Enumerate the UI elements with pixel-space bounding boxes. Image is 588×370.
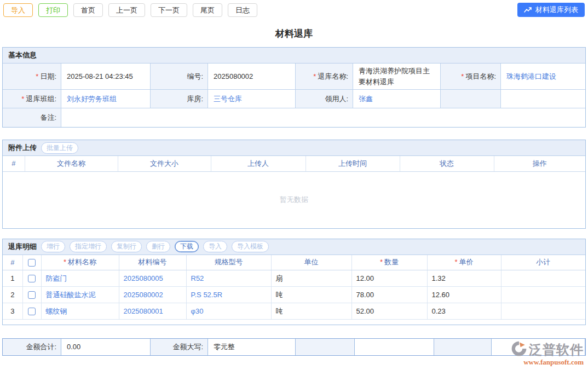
empty-label-cell	[441, 90, 501, 108]
attachments-empty-body: 暂无数据	[3, 172, 585, 228]
detail-bottom-spacer	[3, 320, 585, 325]
unit-cell: 吨	[271, 287, 351, 303]
subtotal-cell	[501, 270, 585, 287]
material-code-link[interactable]: 2025080002	[124, 291, 163, 299]
table-row: 3 螺纹钢 2025080001 φ30 吨 52.00 0.23	[3, 303, 585, 320]
first-page-button[interactable]: 首页	[73, 3, 103, 17]
empty-value-cell	[501, 90, 585, 108]
material-code-cell[interactable]: 2025080002	[119, 287, 186, 303]
material-name-cell[interactable]: 普通硅酸盐水泥	[41, 287, 119, 303]
col-material-code: 材料编号	[119, 255, 186, 270]
warehouse-link[interactable]: 三号仓库	[214, 94, 242, 105]
last-page-button[interactable]: 尾页	[193, 3, 222, 17]
material-name-link[interactable]: 普通硅酸盐水泥	[46, 291, 96, 299]
unit-cell: 吨	[271, 303, 351, 320]
detail-table: # *材料名称 材料编号 规格型号 单位 *数量 *单价 小计	[3, 255, 585, 320]
recipient-link[interactable]: 张鑫	[359, 94, 373, 105]
spec-link[interactable]: R52	[191, 274, 204, 282]
attachments-title: 附件上传	[8, 143, 37, 153]
select-all-checkbox[interactable]	[28, 259, 36, 267]
next-page-button[interactable]: 下一页	[151, 3, 187, 17]
qty-cell[interactable]: 52.00	[351, 303, 427, 320]
spec-cell[interactable]: P.S 52.5R	[186, 287, 271, 303]
return-name-field[interactable]: 青海洪湖养护院项目主要材料退库	[353, 63, 441, 89]
batch-upload-button[interactable]: 批量上传	[41, 142, 78, 154]
add-row-button[interactable]: 增行	[41, 241, 65, 252]
log-button[interactable]: 日志	[228, 3, 257, 17]
warehouse-field[interactable]: 三号仓库	[208, 90, 296, 108]
import-template-button[interactable]: 导入模板	[232, 241, 269, 252]
project-name-label: * 项目名称:	[441, 63, 501, 89]
amount-caps-field: 零元整	[208, 339, 296, 355]
basic-info-title: 基本信息	[8, 50, 37, 60]
col-price: *单价	[427, 255, 501, 270]
required-mark: *	[454, 258, 457, 266]
return-list-button[interactable]: 材料退库列表	[517, 3, 585, 17]
remark-field[interactable]	[61, 108, 585, 127]
empty-summary-label	[296, 339, 355, 355]
vendor-url: www.fanpusoft.com	[510, 358, 584, 367]
amount-caps-label: 金额大写:	[151, 339, 208, 355]
spec-cell[interactable]: φ30	[186, 303, 271, 320]
print-button[interactable]: 打印	[38, 3, 68, 17]
summary-bar: 金额合计: 0.00 金额大写: 零元整	[2, 338, 586, 356]
basic-info-row-3: 备注:	[3, 108, 585, 127]
detail-section: 退库明细 增行 指定增行 复制行 删行 下载 导入 导入模板 # *材料名称 材…	[2, 239, 586, 326]
delete-row-button[interactable]: 删行	[146, 241, 170, 252]
col-file-name: 文件名称	[25, 156, 118, 171]
col-actions: 操作	[494, 156, 585, 171]
price-cell[interactable]: 1.32	[427, 270, 501, 287]
material-name-link[interactable]: 螺纹钢	[46, 307, 67, 315]
import-button[interactable]: 导入	[3, 3, 33, 17]
price-cell[interactable]: 0.23	[427, 303, 501, 320]
insert-row-button[interactable]: 指定增行	[70, 241, 107, 252]
col-spec: 规格型号	[186, 255, 271, 270]
spec-link[interactable]: φ30	[191, 307, 204, 315]
spec-cell[interactable]: R52	[186, 270, 271, 287]
col-row-index: #	[3, 255, 22, 270]
attachments-section: 附件上传 批量上传 # 文件名称 文件大小 上传人 上传时间 状态 操作 暂无数…	[2, 140, 586, 229]
code-label: 编号:	[151, 63, 208, 89]
material-code-cell[interactable]: 2025080001	[119, 303, 186, 320]
return-list-button-label: 材料退库列表	[535, 5, 578, 15]
col-material-name: *材料名称	[41, 255, 119, 270]
date-field[interactable]: 2025-08-21 04:23:45	[61, 63, 151, 89]
download-button[interactable]: 下载	[175, 241, 199, 252]
attachments-header-row: # 文件名称 文件大小 上传人 上传时间 状态 操作	[3, 156, 585, 171]
team-link[interactable]: 刘永好劳务班组	[67, 94, 117, 105]
col-file-size: 文件大小	[118, 156, 211, 171]
top-toolbar: 导入 打印 首页 上一页 下一页 尾页 日志 材料退库列表	[0, 0, 588, 19]
material-code-cell[interactable]: 2025080005	[119, 270, 186, 287]
required-mark: *	[64, 258, 66, 266]
recipient-field[interactable]: 张鑫	[353, 90, 441, 108]
row-checkbox[interactable]	[28, 275, 36, 282]
row-checkbox[interactable]	[28, 308, 36, 315]
col-status: 状态	[400, 156, 494, 171]
team-label: * 退库班组:	[3, 90, 61, 108]
copy-row-button[interactable]: 复制行	[111, 241, 142, 252]
material-name-link[interactable]: 防盗门	[46, 274, 67, 282]
material-name-cell[interactable]: 螺纹钢	[41, 303, 119, 320]
team-field[interactable]: 刘永好劳务班组	[61, 90, 151, 108]
col-subtotal: 小计	[501, 255, 585, 270]
total-amount-field: 0.00	[61, 339, 151, 355]
col-upload-time: 上传时间	[305, 156, 400, 171]
material-code-link[interactable]: 2025080005	[124, 274, 163, 282]
project-name-field[interactable]: 珠海鹤港口建设	[501, 63, 585, 89]
qty-cell[interactable]: 78.00	[351, 287, 427, 303]
row-checkbox[interactable]	[28, 291, 36, 299]
price-cell[interactable]: 12.60	[427, 287, 501, 303]
detail-import-button[interactable]: 导入	[203, 241, 227, 252]
return-name-label: * 退库名称:	[296, 63, 353, 89]
project-name-link[interactable]: 珠海鹤港口建设	[506, 71, 556, 82]
table-row: 2 普通硅酸盐水泥 2025080002 P.S 52.5R 吨 78.00 1…	[3, 287, 585, 303]
attachments-table: # 文件名称 文件大小 上传人 上传时间 状态 操作	[3, 156, 585, 172]
material-name-cell[interactable]: 防盗门	[41, 270, 119, 287]
spec-link[interactable]: P.S 52.5R	[191, 291, 223, 299]
row-index: 2	[3, 287, 22, 303]
warehouse-label: 库房:	[151, 90, 208, 108]
prev-page-button[interactable]: 上一页	[108, 3, 145, 17]
empty-summary-value	[355, 339, 434, 355]
material-code-link[interactable]: 2025080001	[124, 307, 163, 315]
qty-cell[interactable]: 12.00	[351, 270, 427, 287]
